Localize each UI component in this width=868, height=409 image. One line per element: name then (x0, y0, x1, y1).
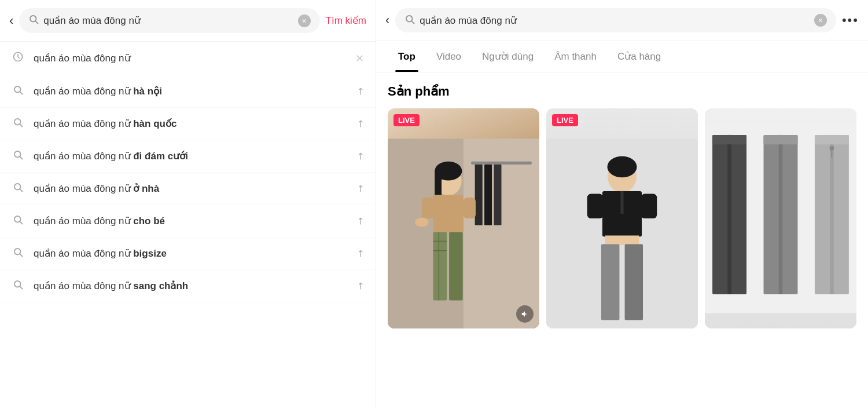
search-icon (12, 149, 24, 163)
search-icon (12, 85, 24, 98)
suggestion-text: quần áo mùa đông nữ ở nhà (34, 182, 347, 195)
tab-nguoidung[interactable]: Người dùng (472, 41, 544, 72)
arrow-icon: ↗ (354, 149, 367, 163)
arrow-icon: ↗ (354, 182, 367, 195)
product-card-1[interactable]: LIVE (388, 108, 539, 328)
svg-line-6 (20, 124, 22, 126)
suggestion-item[interactable]: quần áo mùa đông nữ hà nội ↗ (0, 75, 376, 108)
product-image-3 (705, 108, 856, 328)
suggestion-text: quần áo mùa đông nữ cho bé (34, 215, 347, 227)
product-card-3[interactable] (705, 108, 856, 328)
suggestion-text: quần áo mùa đông nữ hà nội (34, 85, 347, 97)
product-image-1 (388, 108, 539, 328)
suggestions-list: quần áo mùa đông nữ ✕ quần áo mùa đông n… (0, 42, 376, 409)
svg-rect-23 (475, 165, 483, 225)
suggestion-text: quần áo mùa đông nữ bigsize (34, 247, 347, 260)
svg-rect-22 (471, 162, 532, 165)
left-panel: ‹ × Tìm kiếm quần áo mùa đông nữ (0, 0, 376, 409)
suggestion-text: quần áo mùa đông nữ hàn quốc (34, 118, 347, 130)
left-search-bar: ‹ × Tìm kiếm (0, 0, 376, 42)
search-icon (12, 214, 24, 228)
sound-icon-1[interactable] (516, 305, 534, 323)
svg-rect-34 (449, 232, 463, 301)
arrow-icon: ↗ (354, 117, 367, 130)
live-badge-1: LIVE (393, 114, 420, 126)
svg-point-32 (415, 218, 429, 227)
suggestion-item[interactable]: quần áo mùa đông nữ sang chảnh ↗ (0, 270, 376, 302)
products-grid: LIVE (388, 108, 856, 328)
svg-rect-33 (433, 232, 447, 301)
suggestion-item[interactable]: quần áo mùa đông nữ ✕ (0, 42, 376, 75)
tab-video[interactable]: Video (426, 42, 472, 72)
svg-line-14 (20, 254, 22, 256)
svg-line-1 (36, 21, 38, 23)
tab-amthanh[interactable]: Âm thanh (544, 42, 607, 72)
right-search-bar: ‹ × ••• (376, 0, 868, 41)
suggestion-item[interactable]: quần áo mùa đông nữ cho bé ↗ (0, 205, 376, 238)
search-icon (12, 247, 24, 260)
svg-rect-30 (422, 198, 434, 218)
svg-line-12 (20, 221, 22, 224)
svg-rect-55 (712, 135, 746, 144)
svg-point-58 (829, 146, 834, 151)
right-back-button[interactable]: ‹ (385, 14, 389, 27)
dismiss-icon[interactable]: ✕ (355, 52, 364, 65)
section-title: Sản phẩm (388, 84, 856, 99)
search-icon (12, 279, 24, 293)
tab-cuahang[interactable]: Cửa hàng (607, 41, 671, 72)
left-search-action-button[interactable]: Tìm kiếm (326, 14, 366, 27)
arrow-icon: ↗ (354, 247, 367, 260)
svg-rect-52 (779, 135, 783, 294)
suggestion-item[interactable]: quần áo mùa đông nữ ở nhà ↗ (0, 173, 376, 205)
svg-rect-25 (494, 165, 501, 225)
svg-line-18 (412, 21, 414, 23)
svg-rect-57 (815, 135, 849, 144)
svg-line-16 (20, 286, 22, 289)
tab-top[interactable]: Top (388, 42, 426, 72)
more-options-button[interactable]: ••• (842, 13, 859, 28)
suggestion-text: quần áo mùa đông nữ đi đám cưới (34, 150, 347, 162)
suggestion-item[interactable]: quần áo mùa đông nữ hàn quốc ↗ (0, 108, 376, 140)
left-search-input-wrapper: × (19, 8, 319, 33)
content-area: Sản phẩm (376, 72, 868, 409)
svg-rect-54 (830, 135, 834, 294)
left-back-button[interactable]: ‹ (9, 14, 13, 27)
svg-line-10 (20, 189, 22, 191)
right-search-input-wrapper: × (395, 8, 836, 32)
svg-rect-29 (433, 195, 464, 233)
left-clear-button[interactable]: × (298, 14, 311, 27)
live-badge-2: LIVE (552, 114, 578, 126)
right-search-input[interactable] (420, 14, 810, 26)
svg-point-40 (607, 156, 637, 178)
svg-rect-50 (727, 135, 731, 294)
suggestion-item[interactable]: quần áo mùa đông nữ bigsize ↗ (0, 238, 376, 270)
left-search-icon (28, 14, 39, 27)
svg-rect-47 (641, 193, 657, 218)
suggestion-text: quần áo mùa đông nữ (34, 52, 346, 64)
svg-line-4 (20, 92, 22, 94)
svg-rect-44 (601, 244, 619, 320)
product-card-2[interactable]: LIVE (546, 108, 698, 328)
right-search-icon (404, 14, 415, 27)
left-search-input[interactable] (43, 15, 293, 27)
suggestion-text: quần áo mùa đông nữ sang chảnh (34, 280, 347, 292)
clock-icon (12, 51, 24, 65)
svg-rect-56 (764, 135, 798, 144)
svg-rect-45 (625, 244, 643, 320)
svg-rect-46 (587, 193, 604, 218)
right-clear-button[interactable]: × (814, 14, 827, 27)
search-icon (12, 182, 24, 195)
svg-rect-43 (605, 236, 639, 245)
svg-rect-42 (620, 191, 623, 214)
right-panel: ‹ × ••• Top Video Người dùng Âm thanh Cử… (376, 0, 868, 409)
svg-rect-24 (484, 165, 492, 225)
arrow-icon: ↗ (354, 85, 367, 98)
svg-rect-31 (464, 198, 476, 218)
svg-line-8 (20, 156, 22, 159)
tabs-bar: Top Video Người dùng Âm thanh Cửa hàng (376, 41, 868, 72)
suggestion-item[interactable]: quần áo mùa đông nữ đi đám cưới ↗ (0, 140, 376, 173)
search-icon (12, 117, 24, 130)
product-image-2 (546, 108, 698, 328)
arrow-icon: ↗ (354, 279, 367, 293)
arrow-icon: ↗ (354, 214, 367, 228)
